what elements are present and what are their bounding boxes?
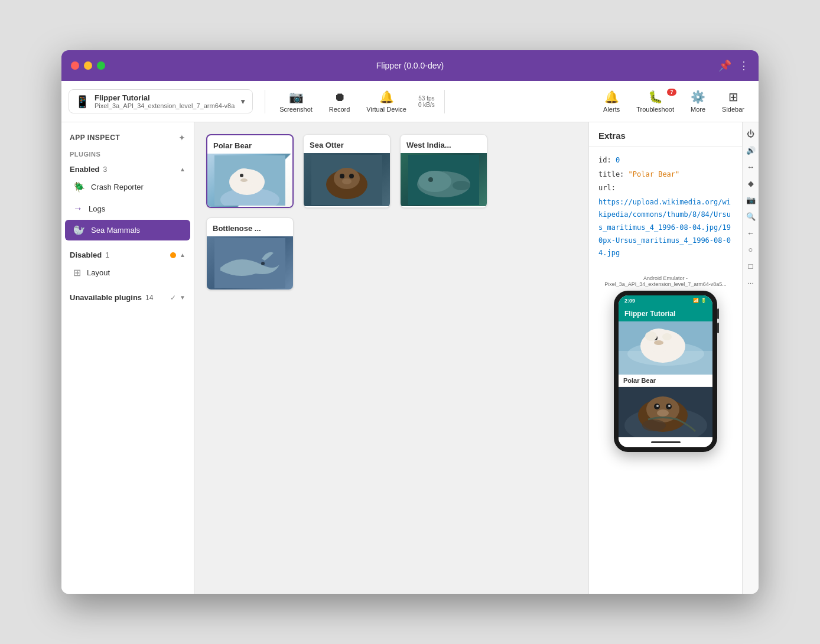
sidebar-item-logs[interactable]: → Logs xyxy=(65,199,190,219)
extras-id-line: id: 0 xyxy=(598,154,733,167)
phone-container: Android Emulator - Pixel_3a_API_34_exten… xyxy=(589,268,742,594)
polar-bear-image xyxy=(207,154,292,207)
extras-title-label: title: xyxy=(598,170,624,178)
screenshot-label: Screenshot xyxy=(279,106,313,113)
svg-point-26 xyxy=(654,340,663,345)
wifi-icon: 📶 xyxy=(693,298,699,303)
sidebar-item-sea-mammals[interactable]: 🦭 Sea Mammals xyxy=(65,220,190,240)
device-info: Flipper Tutorial Pixel_3a_API_34_extensi… xyxy=(95,93,235,109)
more-button[interactable]: ⚙️ More xyxy=(684,86,712,116)
enabled-section-header[interactable]: Enabled 3 ▲ xyxy=(61,162,194,176)
card-sea-otter[interactable]: Sea Otter xyxy=(303,134,391,208)
home-indicator xyxy=(651,441,681,443)
plugins-label: PLUGINS xyxy=(70,151,186,158)
sidebar-item-crash-reporter[interactable]: 🪲 Crash Reporter xyxy=(65,177,190,197)
svg-point-18 xyxy=(261,262,265,265)
logs-label: Logs xyxy=(89,204,105,213)
card-bottlenose[interactable]: Bottlenose ... xyxy=(206,217,294,290)
app-window: Flipper (0.0.0-dev) 📌 ⋮ 📱 Flipper Tutori… xyxy=(61,50,759,594)
layout-label: Layout xyxy=(87,268,110,277)
sidebar-toggle-button[interactable]: ⊞ Sidebar xyxy=(715,86,751,116)
crash-reporter-icon: 🪲 xyxy=(73,181,85,193)
bottlenose-image xyxy=(207,236,293,290)
chevron-down-icon: ▼ xyxy=(239,97,246,106)
enabled-label: Enabled xyxy=(70,165,100,174)
extras-url-value-line: https://upload.wikimedia.org/wikipedia/c… xyxy=(598,196,733,260)
sea-mammals-icon: 🦭 xyxy=(73,225,85,236)
kb-value: 0 kB/s xyxy=(418,102,435,108)
minimize-button[interactable] xyxy=(84,61,92,70)
phone-polar-bear-image xyxy=(619,321,712,375)
phone-polar-bear-item: Polar Bear xyxy=(619,321,712,387)
side-ellipsis-icon[interactable]: ··· xyxy=(744,276,757,289)
phone-status-icons: 📶 🔋 xyxy=(693,298,707,303)
alerts-icon: 🔔 xyxy=(604,90,619,104)
power-button[interactable] xyxy=(717,308,719,319)
phone-screen: 2:09 📶 🔋 Flipper Tutorial xyxy=(619,295,712,447)
virtual-device-icon: 🔔 xyxy=(379,90,394,104)
unavailable-count: 14 xyxy=(145,294,153,302)
extras-id-value: 0 xyxy=(616,156,620,164)
disabled-section-header[interactable]: Disabled 1 ▲ xyxy=(61,248,194,262)
svg-point-4 xyxy=(240,174,243,177)
toolbar: 📱 Flipper Tutorial Pixel_3a_API_34_exten… xyxy=(61,81,759,122)
screenshot-button[interactable]: 📷 Screenshot xyxy=(272,86,320,116)
svg-point-34 xyxy=(656,405,659,407)
close-button[interactable] xyxy=(71,61,79,70)
svg-point-10 xyxy=(349,174,354,178)
extras-id-label: id: xyxy=(598,156,611,164)
unavailable-label: Unavailable plugins xyxy=(70,293,142,302)
alerts-button[interactable]: 🔔 Alerts xyxy=(596,86,627,116)
side-camera-icon[interactable]: 📷 xyxy=(744,193,757,206)
svg-point-27 xyxy=(645,331,657,341)
svg-point-3 xyxy=(233,168,255,187)
pin-icon[interactable]: 📌 xyxy=(718,59,731,72)
phone-content: Polar Bear xyxy=(619,321,712,438)
phone-sea-otter-item xyxy=(619,387,712,438)
window-title: Flipper (0.0.0-dev) xyxy=(376,61,444,70)
check-icon: ✓ xyxy=(170,294,176,302)
side-diamond-icon[interactable]: ◆ xyxy=(744,177,757,190)
plugins-section: PLUGINS xyxy=(61,151,194,162)
device-name: Flipper Tutorial xyxy=(95,93,235,102)
virtual-device-button[interactable]: 🔔 Virtual Device xyxy=(359,86,414,116)
fps-value: 53 fps xyxy=(418,95,434,102)
troubleshoot-label: Troubleshoot xyxy=(636,106,674,113)
extras-url-value: https://upload.wikimedia.org/wikipedia/c… xyxy=(598,198,731,257)
side-circle-icon[interactable]: ○ xyxy=(744,243,757,256)
titlebar-actions: 📌 ⋮ xyxy=(718,59,749,72)
more-icon[interactable]: ⋮ xyxy=(738,59,749,72)
side-square-icon[interactable]: □ xyxy=(744,259,757,272)
sidebar-item-layout[interactable]: ⊞ Layout xyxy=(65,262,190,283)
west-india-title: West India... xyxy=(401,135,487,153)
side-controls: ⏻ 🔊 ↔ ◆ 📷 🔍 ← ○ □ ··· xyxy=(742,122,759,594)
phone-emulator-label: Android Emulator - Pixel_3a_API_34_exten… xyxy=(598,275,733,287)
extras-url-line: url: xyxy=(598,182,733,195)
side-power-icon[interactable]: ⏻ xyxy=(744,127,757,140)
record-button[interactable]: ⏺ Record xyxy=(322,87,357,116)
unavailable-section-header[interactable]: Unavailable plugins 14 ✓ ▼ xyxy=(61,291,194,304)
troubleshoot-button[interactable]: 🐛 7 Troubleshoot xyxy=(629,86,681,116)
phone-polar-bear-label: Polar Bear xyxy=(619,375,712,386)
side-rotate-icon[interactable]: ↔ xyxy=(744,160,757,173)
settings-icon[interactable]: ✦ xyxy=(178,133,186,142)
volume-button[interactable] xyxy=(717,323,719,333)
side-zoom-icon[interactable]: 🔍 xyxy=(744,210,757,223)
device-selector[interactable]: 📱 Flipper Tutorial Pixel_3a_API_34_exten… xyxy=(69,89,253,113)
extras-header: Extras xyxy=(589,122,742,147)
more-label: More xyxy=(691,106,705,113)
svg-point-9 xyxy=(340,174,344,178)
app-inspect-header: APP INSPECT ✦ xyxy=(61,129,194,146)
phone-time: 2:09 xyxy=(624,298,635,304)
side-back-icon[interactable]: ← xyxy=(744,226,757,239)
side-volume-icon[interactable]: 🔊 xyxy=(744,144,757,157)
fps-info: 53 fps 0 kB/s xyxy=(418,95,435,108)
sidebar: APP INSPECT ✦ PLUGINS Enabled 3 ▲ 🪲 Cras… xyxy=(61,122,194,594)
crash-reporter-label: Crash Reporter xyxy=(91,183,144,191)
enabled-count: 3 xyxy=(103,165,108,174)
maximize-button[interactable] xyxy=(97,61,105,70)
card-polar-bear[interactable]: Polar Bear xyxy=(206,134,294,208)
titlebar: Flipper (0.0.0-dev) 📌 ⋮ xyxy=(61,50,759,81)
svg-point-14 xyxy=(418,171,451,192)
card-west-india[interactable]: West India... xyxy=(400,134,487,208)
